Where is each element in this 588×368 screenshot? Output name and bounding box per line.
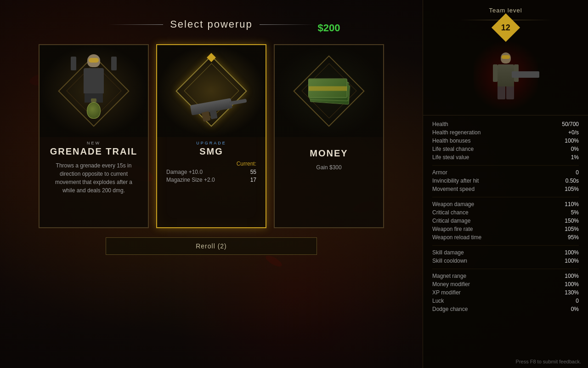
stat-item-value: 0% — [571, 306, 579, 312]
stat-item: Skill damage100% — [432, 248, 579, 257]
stat-item-value: 1% — [571, 154, 579, 161]
stat-item-name: Weapon reload time — [432, 234, 481, 241]
stat-item-value: 50/700 — [562, 121, 579, 127]
stat-item-value: 105% — [565, 186, 579, 192]
stat-group: Skill damage100%Skill cooldown100% — [432, 248, 579, 265]
stat-item: Health bonuses100% — [432, 137, 579, 145]
money-stack — [308, 79, 350, 104]
card-name-smg: SMG — [199, 146, 223, 157]
card-money[interactable]: $200 — [274, 44, 384, 228]
char-body — [84, 68, 104, 93]
cards-container: NEW GRENADE TRAIL Throws a grenade every… — [39, 44, 384, 228]
card-desc-grenade: Throws a grenade every 15s in direction … — [40, 157, 148, 199]
stat-item: Health regeneration+0/s — [432, 128, 579, 137]
stat-divider — [432, 245, 579, 246]
stat-value-1: 17 — [250, 177, 256, 183]
stat-row-1: Magazine Size +2.0 17 — [166, 177, 256, 183]
stat-item-name: Weapon damage — [432, 201, 474, 207]
card-desc-money: Gain $300 — [307, 159, 351, 176]
stat-item-value: 0 — [576, 298, 579, 304]
stat-item-value: 0 — [576, 169, 579, 176]
page-title: Select powerup — [170, 18, 253, 30]
stat-divider — [432, 269, 579, 269]
stat-item-value: 105% — [565, 226, 579, 232]
stat-item: XP modifier130% — [432, 288, 579, 297]
stat-item: Health50/700 — [432, 120, 579, 128]
card-stats-smg: Current: Damage +10.0 55 Magazine Size +… — [157, 157, 266, 188]
preview-arm-l — [493, 64, 498, 82]
stat-item-name: Health bonuses — [432, 138, 470, 144]
preview-head — [501, 52, 511, 63]
stat-item: Weapon reload time95% — [432, 233, 579, 242]
card-tag-grenade: NEW — [87, 141, 101, 145]
stat-item: Invincibility after hit0.50s — [432, 177, 579, 185]
card-image-money — [275, 45, 383, 137]
char-head — [87, 54, 100, 67]
stat-item-value: 100% — [565, 281, 579, 288]
stat-row-0: Damage +10.0 55 — [166, 169, 256, 175]
stat-item: Magnet range100% — [432, 272, 579, 280]
preview-legs — [498, 86, 514, 99]
stat-divider — [432, 197, 579, 197]
stat-item-name: Health — [432, 121, 448, 127]
stat-item-name: Skill damage — [432, 249, 464, 256]
money-amount-display: $200 — [318, 22, 340, 34]
stat-item-value: 0% — [571, 146, 579, 152]
card-tag-smg: UPGRADE — [196, 141, 226, 145]
stat-item-name: Critical damage — [432, 218, 470, 224]
money-bill-front — [308, 79, 347, 98]
stat-current-label: Current: — [166, 161, 256, 167]
stat-item: Critical chance5% — [432, 208, 579, 217]
card-image-smg — [157, 45, 266, 137]
stat-item-value: 100% — [565, 249, 579, 256]
card-name-money: MONEY — [310, 148, 348, 159]
level-number: 12 — [501, 23, 510, 33]
stat-group: Health50/700Health regeneration+0/sHealt… — [432, 120, 579, 161]
stat-item-value: 130% — [565, 289, 579, 296]
team-level-section: Team level 12 — [423, 0, 588, 115]
stats-list: Health50/700Health regeneration+0/sHealt… — [423, 115, 588, 355]
stat-item-name: Weapon fire rate — [432, 226, 473, 232]
stat-item-name: Dodge chance — [432, 306, 468, 312]
stat-item-name: Life steal value — [432, 154, 469, 161]
preview-gun — [512, 71, 539, 78]
stat-group: Armor0Invincibility after hit0.50sMoveme… — [432, 168, 579, 193]
stat-name-1: Magazine Size +2.0 — [166, 177, 215, 183]
reroll-button[interactable]: Reroll (2) — [106, 237, 317, 255]
card-smg[interactable]: UPGRADE SMG Current: Damage +10.0 55 Mag… — [156, 44, 266, 228]
preview-body — [498, 64, 514, 86]
stat-item-name: XP modifier — [432, 289, 461, 296]
preview-goggles — [502, 55, 510, 59]
stat-group: Magnet range100%Money modifier100%XP mod… — [432, 272, 579, 313]
arm-left — [71, 57, 76, 70]
stat-item: Life steal chance0% — [432, 145, 579, 153]
stat-item-name: Critical chance — [432, 209, 469, 216]
stat-item-value: 100% — [565, 258, 579, 264]
stat-item-name: Money modifier — [432, 281, 470, 288]
stat-item: Armor0 — [432, 168, 579, 177]
stat-item-value: 100% — [565, 138, 579, 144]
stat-item-name: Movement speed — [432, 186, 475, 192]
stat-item-value: 150% — [565, 218, 579, 224]
stat-item-name: Health regeneration — [432, 129, 481, 136]
stat-item-value: 0.50s — [565, 178, 579, 184]
stat-name-0: Damage +10.0 — [166, 169, 203, 175]
arm-right — [111, 57, 117, 70]
stat-item-value: 100% — [565, 273, 579, 279]
preview-leg-r — [506, 86, 514, 99]
stat-item: Critical damage150% — [432, 217, 579, 225]
stat-item-value: 95% — [568, 234, 579, 241]
stat-item: Skill cooldown100% — [432, 257, 579, 265]
stats-panel: Team level 12 — [423, 0, 588, 368]
stat-value-0: 55 — [250, 169, 256, 175]
stat-item: Life steal value1% — [432, 153, 579, 161]
smg-mag-shape — [210, 110, 218, 119]
stat-item-value: 5% — [571, 209, 579, 216]
preview-leg-l — [498, 86, 505, 99]
stat-divider — [432, 165, 579, 166]
game-area: Select powerup — [0, 0, 423, 368]
stat-item-value: +0/s — [568, 129, 579, 136]
card-grenade-trail[interactable]: NEW GRENADE TRAIL Throws a grenade every… — [39, 44, 149, 228]
money-band — [309, 86, 347, 91]
char-preview-figure — [498, 52, 514, 99]
